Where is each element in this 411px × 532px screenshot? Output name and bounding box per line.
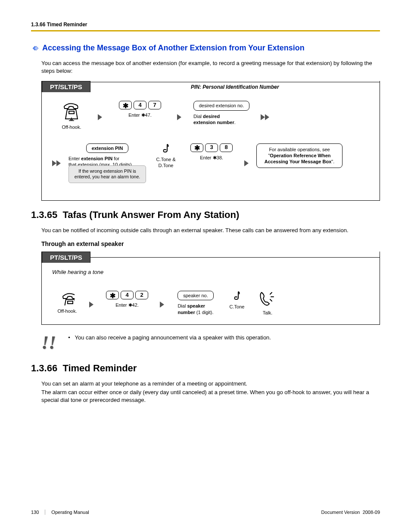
talk-caption: Talk. [263, 310, 273, 316]
section2-intro: You can be notified of incoming outside … [41, 227, 378, 234]
section2-row: Off-hook. ✱ 4 2 Enter ✱42. speaker no. D… [52, 291, 369, 316]
double-arrow-icon [261, 114, 270, 122]
arrow-icon [177, 114, 182, 122]
offhook-caption: Off-hook. [57, 308, 77, 314]
offhook-caption: Off-hook. [62, 124, 81, 130]
note-icon [162, 143, 170, 154]
page-header-breadcrumb: 1.3.66 Timed Reminder [31, 22, 380, 30]
star-key: ✱ [190, 143, 203, 152]
enter-42-caption: Enter ✱42. [115, 302, 139, 308]
key-4: 4 [121, 291, 134, 299]
while-hearing-note: While hearing a tone [52, 269, 369, 275]
section2-note-text: • You can also receive a paging announce… [68, 333, 271, 341]
enter-47-caption: Enter ✱47. [128, 112, 152, 118]
arrow-icon [89, 302, 94, 309]
arrow-icon [98, 114, 103, 122]
section1-intro: You can access the message box of anothe… [41, 59, 378, 75]
doc-version: Document Version 2008-09 [321, 510, 380, 515]
key-3: 3 [205, 143, 218, 152]
section3-p2: The alarm can occur either once or daily… [41, 389, 378, 404]
section2-procedure-box: PT/SLT/PS While hearing a tone Off-hook.… [41, 252, 380, 325]
section2-proc-header: PT/SLT/PS [42, 252, 380, 263]
section1-proc-tab: PT/SLT/PS [42, 81, 90, 92]
dial-ext-caption: Dial desired extension number. [189, 113, 236, 126]
diamond-icon [31, 44, 39, 52]
talk-icon [259, 291, 276, 307]
section1-procedure-box: PT/SLT/PS PIN: Personal Identification N… [41, 81, 380, 200]
arrow-icon [244, 160, 249, 168]
pin-error-callout: If the wrong extension PIN is entered, y… [68, 165, 146, 183]
double-arrow-icon [52, 160, 62, 168]
arrow-icon [160, 302, 165, 309]
section1-title-row: Accessing the Message Box of Another Ext… [31, 44, 380, 53]
note-icon [233, 291, 241, 301]
key-7: 7 [148, 101, 161, 109]
ctone-caption: C.Tone [230, 304, 245, 310]
offhook-icon [61, 101, 82, 121]
dial-speaker-caption: Dial speaker number (1 digit). [177, 303, 213, 315]
offhook-icon [60, 291, 75, 305]
star-key: ✱ [119, 101, 132, 109]
key-4: 4 [134, 101, 146, 109]
section1-title: Accessing the Message Box of Another Ext… [42, 44, 305, 53]
operations-info-box: For available operations, see "Operation… [256, 143, 342, 168]
star-key: ✱ [106, 291, 119, 299]
desired-ext-input: desired extension no. [193, 101, 250, 110]
enter-38-caption: Enter ✱38. [200, 155, 223, 161]
page-number: 130 [31, 510, 45, 515]
header-rule [31, 30, 380, 31]
ext-pin-input: extension PIN [86, 143, 129, 153]
page-footer: 130 Operating Manual Document Version 20… [31, 510, 380, 515]
section1-row1: Off-hook. ✱ 4 7 Enter ✱47. desired exten… [52, 101, 369, 130]
section3-p1: You can set an alarm at your telephone a… [41, 380, 378, 388]
section1-row2: extension PIN Enter extension PIN for th… [52, 143, 369, 183]
tone-caption: C.Tone &D.Tone [156, 156, 175, 169]
section2-subhead: Through an external speaker [41, 240, 380, 247]
section1-pin-note: PIN: Personal Identification Number [90, 82, 380, 92]
key-8: 8 [220, 143, 233, 152]
speaker-no-input: speaker no. [177, 291, 213, 300]
section3-heading: 1.3.66 Timed Reminder [31, 363, 380, 374]
key-2: 2 [135, 291, 148, 299]
section2-proc-tab: PT/SLT/PS [42, 252, 90, 263]
section2-heading: 1.3.65 Tafas (Trunk Answer From Any Stat… [31, 209, 380, 221]
exclaim-icon: !! [41, 333, 56, 350]
manual-name: Operating Manual [51, 510, 321, 515]
section1-proc-header: PT/SLT/PS PIN: Personal Identification N… [42, 81, 380, 92]
section2-note-row: !! • You can also receive a paging annou… [41, 333, 380, 350]
